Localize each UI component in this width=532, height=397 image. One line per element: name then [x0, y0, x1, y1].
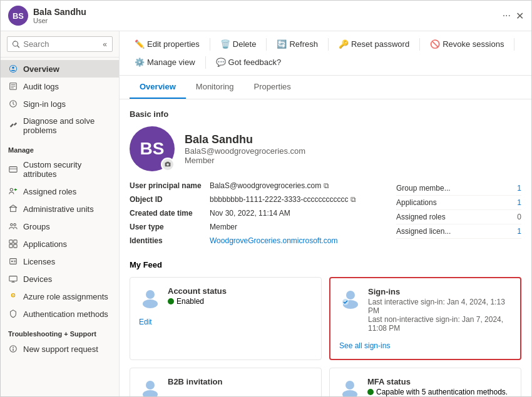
title-bar: BS Bala Sandhu User ··· ✕ — [1, 1, 531, 31]
account-status-content: Account status Enabled — [168, 286, 227, 306]
toolbar-divider-4 — [419, 38, 420, 51]
edit-properties-button[interactable]: ✏️ Edit properties — [130, 36, 205, 52]
group-members-value[interactable]: 1 — [517, 184, 521, 193]
sidebar-label-groups: Groups — [23, 222, 50, 231]
sidebar-item-auth-methods[interactable]: Authentication methods — [1, 305, 119, 323]
tab-properties[interactable]: Properties — [244, 76, 301, 99]
assigned-licenses-value[interactable]: 1 — [517, 227, 521, 236]
toolbar: ✏️ Edit properties 🗑️ Delete 🔄 Refresh 🔑… — [120, 31, 531, 76]
more-options-button[interactable]: ··· — [503, 10, 511, 21]
collapse-button[interactable]: « — [103, 40, 107, 49]
sidebar-item-devices[interactable]: Devices — [1, 270, 119, 288]
avatar-camera-button[interactable] — [161, 158, 175, 171]
mfa-content: MFA status Capable with 5 authentication… — [367, 377, 508, 396]
sidebar-item-custom-security[interactable]: Custom security attributes — [1, 156, 119, 183]
stat-row-assigned-roles: Assigned roles 0 — [396, 210, 521, 224]
sidebar-navigation: Overview Audit logs Sign-in logs — [1, 58, 119, 396]
avatar-initials: BS — [140, 139, 165, 159]
close-button[interactable]: ✕ — [516, 10, 524, 22]
tab-overview[interactable]: Overview — [130, 76, 186, 99]
sidebar-item-diagnose[interactable]: Diagnose and solve problems — [1, 113, 119, 139]
svg-point-11 — [11, 224, 13, 226]
sidebar-item-overview[interactable]: Overview — [1, 60, 119, 78]
sidebar-item-audit-logs[interactable]: Audit logs — [1, 78, 119, 95]
svg-rect-13 — [9, 240, 13, 243]
sidebar-label-overview: Overview — [23, 64, 59, 74]
info-row-identities: Identities WoodgroveGroceries.onmicrosof… — [130, 236, 381, 245]
reset-password-button[interactable]: 🔑 Reset password — [334, 36, 414, 52]
account-status-header: Account status Enabled — [139, 286, 312, 309]
sidebar: « Overview Audit logs — [1, 31, 120, 396]
b2b-icon — [139, 377, 161, 396]
objectid-value: bbbbbbbb-1111-2222-3333-cccccccccccc ⧉ — [210, 195, 356, 204]
account-status-edit-link[interactable]: Edit — [139, 318, 152, 326]
groups-icon — [8, 221, 18, 231]
identities-label: Identities — [130, 236, 205, 245]
search-box[interactable]: « — [7, 36, 113, 52]
user-header: BS Bala Sandhu BalaS@woodgrovegroceries.… — [130, 126, 521, 171]
search-input[interactable] — [23, 39, 99, 49]
custom-security-icon — [8, 164, 18, 174]
see-all-signins-link[interactable]: See all sign-ins — [339, 341, 390, 350]
sidebar-item-new-support[interactable]: New support request — [1, 340, 119, 358]
group-members-label: Group membe... — [396, 184, 451, 193]
devices-icon — [8, 274, 18, 284]
sidebar-item-azure-roles[interactable]: Azure role assignments — [1, 288, 119, 305]
troubleshoot-section-title: Troubleshooting + Support — [1, 323, 119, 340]
enabled-dot — [168, 298, 174, 304]
toolbar-divider-5 — [514, 38, 514, 51]
applications-stat-value[interactable]: 1 — [517, 198, 521, 207]
title-info: Bala Sandhu User — [33, 7, 498, 24]
mfa-status-text: Capable with 5 authentication methods. — [367, 388, 508, 396]
svg-rect-21 — [9, 276, 17, 281]
toolbar-divider-6 — [205, 56, 206, 69]
identities-link[interactable]: WoodgroveGroceries.onmicrosoft.com — [210, 236, 338, 245]
sidebar-item-licenses[interactable]: Licenses — [1, 253, 119, 270]
title-username: Bala Sandhu — [33, 7, 498, 17]
manage-view-button[interactable]: ⚙️ Manage view — [130, 54, 200, 70]
mfa-header: MFA status Capable with 5 authentication… — [339, 377, 512, 396]
svg-point-36 — [345, 381, 354, 389]
signins-content: Sign-ins Last interactive sign-in: Jan 4… — [368, 287, 511, 333]
revoke-sessions-button[interactable]: 🚫 Revoke sessions — [425, 36, 509, 52]
signins-title: Sign-ins — [368, 287, 511, 296]
sidebar-item-applications[interactable]: Applications — [1, 235, 119, 253]
info-grid: User principal name BalaS@woodgrovegroce… — [130, 181, 521, 250]
licenses-icon — [8, 256, 18, 266]
tab-monitoring[interactable]: Monitoring — [186, 76, 244, 99]
search-icon — [13, 40, 19, 49]
svg-rect-17 — [10, 259, 17, 264]
got-feedback-label: Got feedback? — [228, 58, 282, 67]
sidebar-label-assigned-roles: Assigned roles — [23, 187, 76, 196]
assigned-roles-stat-value[interactable]: 0 — [517, 213, 521, 221]
copy-objectid-button[interactable]: ⧉ — [350, 195, 356, 204]
delete-button[interactable]: 🗑️ Delete — [215, 36, 262, 52]
sidebar-label-applications: Applications — [23, 239, 67, 249]
usertype-value: Member — [210, 223, 237, 231]
refresh-button[interactable]: 🔄 Refresh — [272, 36, 323, 52]
got-feedback-button[interactable]: 💬 Got feedback? — [211, 54, 287, 70]
created-label: Created date time — [130, 209, 205, 218]
revoke-icon: 🚫 — [430, 39, 440, 49]
info-right: Group membe... 1 Applications 1 Assigned… — [396, 181, 521, 250]
sidebar-label-new-support: New support request — [23, 344, 98, 354]
sidebar-item-groups[interactable]: Groups — [1, 218, 119, 235]
sidebar-item-admin-units[interactable]: Administrative units — [1, 200, 119, 218]
copy-upn-button[interactable]: ⧉ — [324, 181, 329, 190]
sidebar-item-signin-logs[interactable]: Sign-in logs — [1, 95, 119, 113]
sidebar-item-assigned-roles[interactable]: Assigned roles — [1, 183, 119, 200]
b2b-person-icon — [139, 377, 161, 396]
mfa-person-icon — [339, 377, 361, 396]
svg-point-34 — [146, 381, 155, 389]
user-display-name: Bala Sandhu — [185, 133, 305, 146]
sidebar-label-custom-security: Custom security attributes — [23, 160, 111, 179]
delete-label: Delete — [233, 39, 257, 49]
admin-units-icon — [8, 204, 18, 214]
reset-password-label: Reset password — [351, 39, 409, 49]
info-row-objectid: Object ID bbbbbbbb-1111-2222-3333-cccccc… — [130, 195, 381, 204]
account-status-icon — [139, 286, 161, 309]
auth-methods-icon — [8, 309, 18, 319]
title-avatar: BS — [8, 6, 28, 26]
svg-point-25 — [13, 294, 14, 296]
svg-point-12 — [14, 224, 16, 226]
